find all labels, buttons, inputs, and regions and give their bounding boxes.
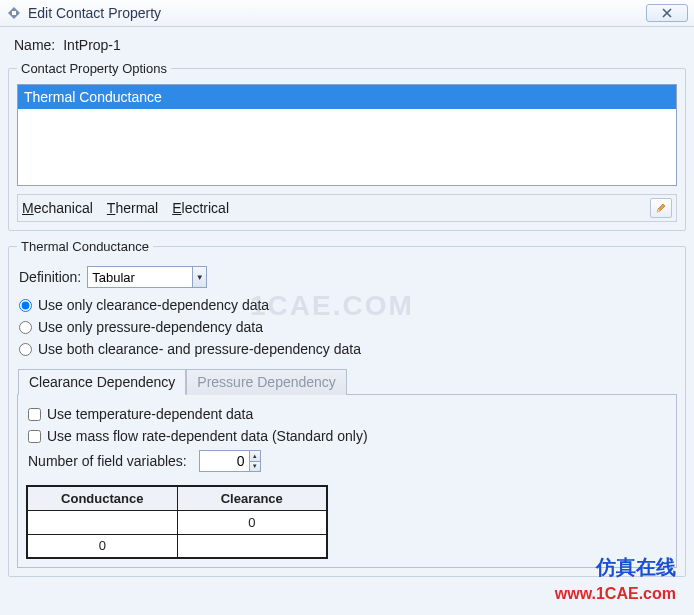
col-clearance: Clearance <box>177 486 327 510</box>
tab-clearance-dependency[interactable]: Clearance Dependency <box>18 369 186 395</box>
thermal-conductance-group: Thermal Conductance Definition: ▼ Use on… <box>8 239 686 577</box>
spinner-up[interactable]: ▲ <box>250 451 260 462</box>
check-temperature-input[interactable] <box>28 408 41 421</box>
field-vars-row: Number of field variables: ▲ ▼ <box>26 447 668 475</box>
radio-both-input[interactable] <box>19 343 32 356</box>
app-icon <box>6 5 22 21</box>
radio-both[interactable]: Use both clearance- and pressure-depende… <box>17 338 677 360</box>
cell-clearance-1[interactable] <box>177 534 327 558</box>
chevron-up-icon: ▲ <box>252 453 258 459</box>
definition-combo[interactable]: ▼ <box>87 266 207 288</box>
close-icon <box>662 8 672 18</box>
window-title: Edit Contact Property <box>28 5 161 21</box>
radio-clearance-label: Use only clearance-dependency data <box>38 297 269 313</box>
thermal-legend: Thermal Conductance <box>17 239 153 254</box>
conductance-table[interactable]: Conductance Clearance 0 0 <box>26 485 328 559</box>
name-row: Name: IntProp-1 <box>8 33 686 61</box>
table-row[interactable]: 0 <box>27 510 327 534</box>
radio-clearance-input[interactable] <box>19 299 32 312</box>
name-value: IntProp-1 <box>63 37 121 53</box>
check-massflow[interactable]: Use mass flow rate-dependent data (Stand… <box>26 425 668 447</box>
edit-button[interactable] <box>650 198 672 218</box>
spinner-down[interactable]: ▼ <box>250 462 260 472</box>
field-vars-label: Number of field variables: <box>28 453 187 469</box>
definition-row: Definition: ▼ <box>17 262 677 294</box>
check-temperature[interactable]: Use temperature-dependent data <box>26 403 668 425</box>
options-list[interactable]: Thermal Conductance <box>17 84 677 186</box>
category-thermal[interactable]: Thermal <box>107 200 158 216</box>
title-bar: Edit Contact Property <box>0 0 694 27</box>
cell-conductance-0[interactable] <box>27 510 177 534</box>
radio-pressure-input[interactable] <box>19 321 32 334</box>
cell-clearance-0[interactable]: 0 <box>177 510 327 534</box>
check-massflow-label: Use mass flow rate-dependent data (Stand… <box>47 428 368 444</box>
pencil-icon <box>655 202 667 214</box>
svg-rect-0 <box>12 11 16 15</box>
chevron-down-icon: ▼ <box>196 273 204 282</box>
table-header-row: Conductance Clearance <box>27 486 327 510</box>
category-electrical[interactable]: Electrical <box>172 200 229 216</box>
radio-clearance-only[interactable]: Use only clearance-dependency data <box>17 294 677 316</box>
radio-both-label: Use both clearance- and pressure-depende… <box>38 341 361 357</box>
cell-conductance-1[interactable]: 0 <box>27 534 177 558</box>
field-vars-input[interactable] <box>200 451 249 471</box>
tab-pressure-dependency[interactable]: Pressure Dependency <box>186 369 347 395</box>
col-conductance: Conductance <box>27 486 177 510</box>
contact-property-options-group: Contact Property Options Thermal Conduct… <box>8 61 686 231</box>
table-row[interactable]: 0 <box>27 534 327 558</box>
definition-input[interactable] <box>88 267 192 287</box>
option-thermal-conductance[interactable]: Thermal Conductance <box>18 85 676 109</box>
category-mechanical[interactable]: Mechanical <box>22 200 93 216</box>
check-massflow-input[interactable] <box>28 430 41 443</box>
close-button[interactable] <box>646 4 688 22</box>
radio-pressure-label: Use only pressure-dependency data <box>38 319 263 335</box>
chevron-down-icon: ▼ <box>252 463 258 469</box>
dependency-tabs: Clearance Dependency Pressure Dependency <box>18 368 677 394</box>
definition-drop-button[interactable]: ▼ <box>192 267 206 287</box>
radio-pressure-only[interactable]: Use only pressure-dependency data <box>17 316 677 338</box>
name-label: Name: <box>14 37 55 53</box>
check-temperature-label: Use temperature-dependent data <box>47 406 253 422</box>
definition-label: Definition: <box>19 269 81 285</box>
category-toolbar: Mechanical Thermal Electrical <box>17 194 677 222</box>
clearance-tab-panel: Use temperature-dependent data Use mass … <box>17 394 677 568</box>
field-vars-spinner[interactable]: ▲ ▼ <box>199 450 261 472</box>
options-legend: Contact Property Options <box>17 61 171 76</box>
